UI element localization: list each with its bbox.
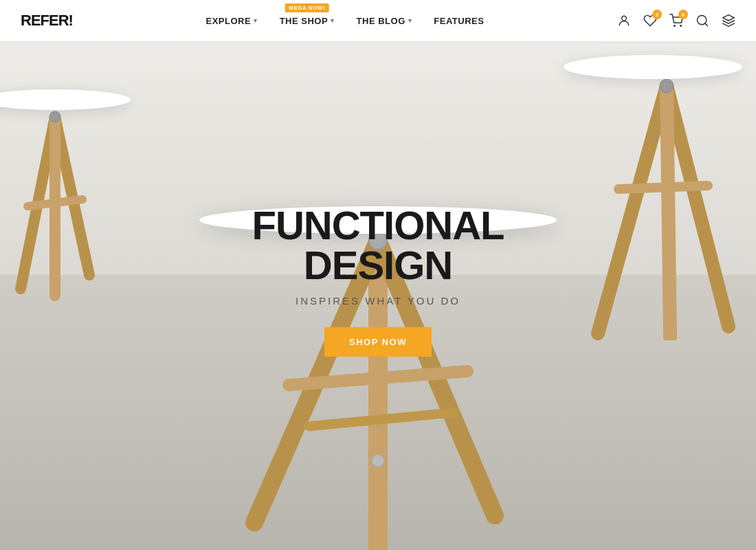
nav-link-features[interactable]: FEATURES bbox=[434, 16, 484, 26]
shop-now-button[interactable]: SHOP NOW bbox=[324, 327, 432, 357]
svg-point-4 bbox=[49, 111, 60, 122]
svg-line-14 bbox=[309, 412, 454, 426]
hero-section: FUNCTIONAL DESIGN INSPIRES WHAT YOU DO S… bbox=[0, 0, 756, 550]
svg-point-17 bbox=[622, 16, 627, 21]
svg-point-18 bbox=[674, 25, 676, 27]
hero-title: FUNCTIONAL DESIGN bbox=[189, 206, 567, 285]
svg-line-7 bbox=[667, 86, 670, 337]
wishlist-badge: 2 bbox=[652, 10, 662, 19]
wishlist-icon[interactable]: 2 bbox=[643, 14, 657, 28]
svg-point-19 bbox=[680, 25, 682, 27]
user-icon[interactable] bbox=[617, 14, 631, 28]
nav-item-the-blog[interactable]: THE BLOG ▾ bbox=[357, 16, 412, 26]
svg-line-5 bbox=[598, 86, 667, 333]
nav-link-the-shop[interactable]: THE SHOP ▾ bbox=[280, 16, 335, 26]
chevron-down-icon: ▾ bbox=[408, 17, 412, 24]
right-table-top bbox=[564, 55, 742, 79]
mega-badge: MEGA NOW! bbox=[285, 3, 329, 12]
hero-content: FUNCTIONAL DESIGN INSPIRES WHAT YOU DO S… bbox=[189, 206, 567, 357]
svg-line-8 bbox=[619, 186, 708, 189]
nav-link-the-blog[interactable]: THE BLOG ▾ bbox=[357, 16, 412, 26]
left-table bbox=[0, 89, 131, 302]
hero-subtitle: INSPIRES WHAT YOU DO bbox=[189, 295, 567, 307]
left-table-legs bbox=[0, 110, 131, 302]
nav-item-the-shop[interactable]: MEGA NOW! THE SHOP ▾ bbox=[280, 16, 335, 26]
cart-icon[interactable]: 0 bbox=[669, 14, 683, 28]
layers-icon[interactable] bbox=[722, 14, 735, 28]
navbar: REFER! EXPLORE ▾ MEGA NOW! THE SHOP ▾ TH… bbox=[0, 0, 756, 41]
right-table bbox=[564, 55, 756, 340]
nav-item-features[interactable]: FEATURES bbox=[434, 16, 484, 26]
left-table-top bbox=[0, 89, 131, 110]
chevron-down-icon: ▾ bbox=[254, 17, 258, 24]
chevron-down-icon: ▾ bbox=[331, 17, 335, 24]
search-icon[interactable] bbox=[696, 14, 709, 28]
svg-point-9 bbox=[660, 79, 674, 93]
nav-icons: 2 0 bbox=[617, 14, 735, 28]
nav-item-explore[interactable]: EXPLORE ▾ bbox=[206, 16, 258, 26]
svg-marker-22 bbox=[723, 15, 735, 21]
logo[interactable]: REFER! bbox=[21, 12, 73, 30]
svg-point-16 bbox=[372, 454, 384, 467]
cart-badge: 0 bbox=[678, 10, 688, 19]
nav-links: EXPLORE ▾ MEGA NOW! THE SHOP ▾ THE BLOG … bbox=[206, 16, 485, 26]
nav-link-explore[interactable]: EXPLORE ▾ bbox=[206, 16, 258, 26]
right-table-legs bbox=[564, 79, 756, 340]
svg-line-21 bbox=[705, 23, 708, 26]
